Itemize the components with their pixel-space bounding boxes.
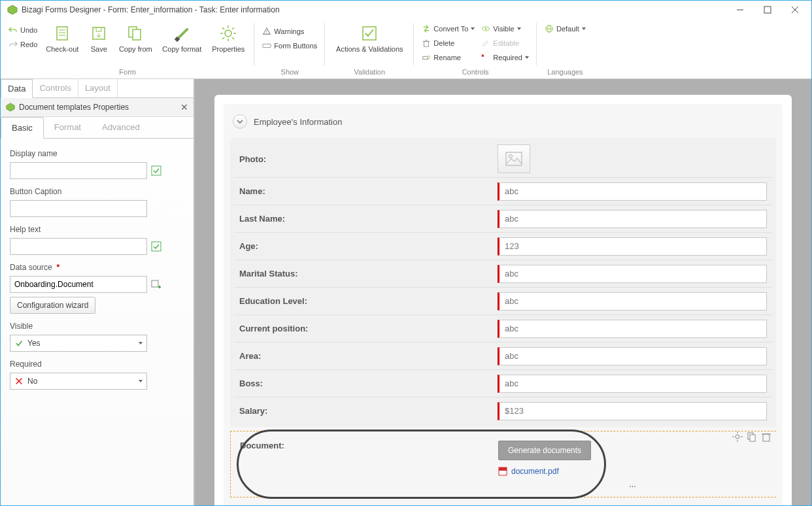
copy-from-label: Copy from: [119, 45, 152, 54]
data-source-picker-icon[interactable]: [151, 279, 161, 290]
default-language-button[interactable]: Default: [542, 22, 588, 36]
display-name-input[interactable]: [10, 162, 147, 179]
help-text-input[interactable]: [10, 238, 147, 255]
field-label: Salary:: [239, 406, 498, 416]
save-button[interactable]: Save: [84, 22, 113, 67]
field-row[interactable]: Salary:: [234, 397, 772, 424]
document-control[interactable]: Document: Generate documents document.pd…: [230, 431, 776, 498]
data-source-input[interactable]: [10, 276, 147, 293]
svg-rect-36: [152, 166, 161, 175]
required-label: Required: [493, 54, 522, 61]
required-button[interactable]: * Required: [479, 50, 532, 65]
prop-tab-advanced[interactable]: Advanced: [92, 117, 150, 138]
help-text-label: Help text: [10, 225, 184, 234]
actions-validations-button[interactable]: Actions & Validations: [330, 22, 409, 67]
warnings-button[interactable]: Warnings: [260, 24, 320, 39]
field-row[interactable]: Boss:: [234, 369, 772, 397]
field-row[interactable]: Area:: [234, 342, 772, 369]
field-row[interactable]: Photo:: [234, 141, 772, 177]
form-buttons-button[interactable]: Form Buttons: [260, 39, 320, 53]
text-field[interactable]: [498, 237, 767, 256]
field-row[interactable]: Marital Status:: [234, 260, 772, 287]
copy-format-button[interactable]: Copy format: [158, 22, 206, 67]
control-copy-icon[interactable]: [746, 431, 758, 443]
tab-controls[interactable]: Controls: [33, 79, 78, 97]
control-delete-icon[interactable]: [760, 431, 772, 443]
convert-to-button[interactable]: Convert To: [419, 22, 477, 36]
undo-button[interactable]: Undo: [6, 23, 40, 37]
data-source-label: Data source *: [10, 263, 184, 272]
svg-line-18: [222, 27, 224, 29]
redo-icon: [8, 40, 18, 49]
more-dots[interactable]: ...: [498, 480, 767, 489]
collapse-toggle[interactable]: [233, 114, 247, 129]
lang-check-icon-2[interactable]: [151, 241, 161, 252]
text-field[interactable]: [498, 292, 767, 311]
svg-point-13: [225, 30, 231, 37]
copy-from-icon: [126, 24, 144, 42]
editable-button[interactable]: Editable: [479, 36, 532, 50]
photo-placeholder[interactable]: [498, 144, 530, 173]
text-field[interactable]: [498, 320, 767, 338]
field-row[interactable]: Current position:: [234, 314, 772, 342]
field-row[interactable]: Age:: [234, 232, 772, 260]
field-row[interactable]: Last Name:: [234, 205, 772, 232]
visible-combo[interactable]: Yes: [10, 335, 147, 352]
document-file-link[interactable]: document.pdf: [511, 467, 559, 476]
maximize-button[interactable]: [754, 1, 781, 18]
tab-data[interactable]: Data: [1, 79, 33, 98]
chevron-down-icon: [139, 380, 143, 382]
prop-tab-basic[interactable]: Basic: [1, 117, 44, 139]
text-field[interactable]: [498, 265, 767, 283]
form-buttons-label: Form Buttons: [274, 42, 317, 50]
delete-button[interactable]: Delete: [419, 36, 477, 50]
actions-validations-label: Actions & Validations: [336, 45, 403, 54]
svg-rect-37: [152, 242, 161, 251]
svg-point-44: [509, 155, 513, 158]
field-label: Age:: [239, 241, 498, 251]
required-combo[interactable]: No: [10, 373, 147, 390]
copy-from-button[interactable]: Copy from: [114, 22, 156, 67]
visible-field-label: Visible: [10, 322, 184, 331]
field-row[interactable]: Name:: [234, 177, 772, 205]
button-caption-label: Button Caption: [10, 187, 184, 196]
lang-check-icon[interactable]: [151, 165, 161, 176]
tab-layout[interactable]: Layout: [78, 79, 118, 97]
text-field[interactable]: [498, 402, 767, 420]
required-value: No: [27, 377, 37, 386]
properties-button[interactable]: Properties: [207, 22, 249, 67]
field-label: Current position:: [239, 324, 498, 333]
field-label: Area:: [239, 351, 498, 361]
window-title: Bizagi Forms Designer - Form: Enter_info…: [22, 5, 280, 14]
field-row[interactable]: Education Level:: [234, 287, 772, 314]
globe-icon: [545, 24, 554, 33]
prop-tab-format[interactable]: Format: [44, 117, 92, 138]
svg-rect-38: [152, 280, 158, 287]
text-field[interactable]: [498, 210, 767, 228]
display-name-label: Display name: [10, 149, 184, 158]
warnings-label: Warnings: [274, 27, 304, 35]
svg-rect-55: [499, 467, 507, 471]
svg-point-23: [267, 33, 267, 33]
generate-documents-button[interactable]: Generate documents: [498, 441, 591, 460]
pencil-icon: [481, 39, 490, 48]
group-languages-label: Languages: [542, 67, 588, 77]
field-label: Education Level:: [239, 296, 498, 306]
text-field[interactable]: [498, 347, 767, 365]
visible-button[interactable]: Visible: [479, 22, 532, 36]
redo-button[interactable]: Redo: [6, 37, 40, 52]
brush-icon: [173, 24, 191, 42]
panel-close-button[interactable]: ✕: [180, 102, 188, 112]
close-button[interactable]: [781, 1, 809, 18]
form-canvas[interactable]: Employee's Information Photo:Name:Last N…: [195, 79, 811, 505]
rename-button[interactable]: Rename: [419, 50, 477, 65]
svg-rect-52: [763, 434, 770, 441]
svg-point-31: [485, 28, 487, 30]
text-field[interactable]: [498, 375, 767, 393]
button-caption-input[interactable]: [10, 200, 147, 217]
checkout-button[interactable]: Check-out: [41, 22, 83, 67]
minimize-button[interactable]: [726, 1, 754, 18]
configuration-wizard-button[interactable]: Configuration wizard: [10, 297, 95, 314]
control-settings-icon[interactable]: [732, 431, 743, 443]
text-field[interactable]: [498, 182, 767, 201]
